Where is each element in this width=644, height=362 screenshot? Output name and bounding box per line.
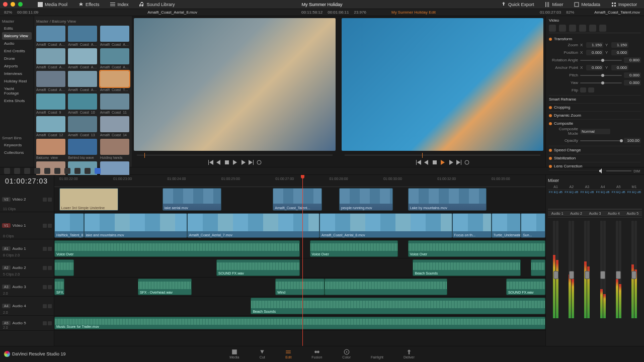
mixer-track-name[interactable]: Audio 3 bbox=[586, 211, 604, 216]
stop-icon[interactable] bbox=[432, 160, 437, 165]
inspector-tab-image-icon[interactable] bbox=[589, 25, 596, 32]
flip-h-button[interactable] bbox=[580, 87, 586, 93]
clip[interactable]: Wind bbox=[275, 279, 325, 295]
mixer-fx-slot[interactable]: FX EQ dB bbox=[564, 191, 579, 194]
clip[interactable] bbox=[531, 259, 545, 276]
clip[interactable] bbox=[325, 279, 447, 295]
bin-item[interactable]: Yacht Footage bbox=[2, 85, 32, 97]
tool-replace-icon[interactable] bbox=[54, 168, 60, 174]
media-thumb[interactable]: Amalfi_Coast_Aerial_6 bbox=[100, 48, 129, 69]
page-tab-fairlight[interactable]: Fairlight bbox=[371, 349, 383, 359]
inspector-section-header[interactable]: Composite bbox=[549, 121, 641, 126]
last-frame-icon[interactable] bbox=[249, 160, 254, 165]
media-thumb[interactable]: Amalfi_Coast_Aerial_1 bbox=[36, 26, 65, 46]
prev-frame-icon[interactable] bbox=[216, 160, 221, 165]
clip[interactable]: SOUND FX.wav bbox=[216, 259, 300, 276]
tool-overwrite-icon[interactable] bbox=[44, 168, 50, 174]
yaw-slider[interactable] bbox=[580, 82, 622, 83]
metadata-tab[interactable]: Metadata bbox=[570, 1, 604, 8]
quickexport-button[interactable]: Quick Export bbox=[497, 1, 538, 8]
play-icon[interactable] bbox=[440, 160, 445, 165]
inspector-section-header[interactable]: Speed Change bbox=[549, 148, 641, 152]
bin-item[interactable]: Audio bbox=[2, 40, 32, 47]
lock-icon[interactable] bbox=[43, 321, 47, 325]
mute-icon[interactable] bbox=[48, 198, 52, 202]
mute-icon[interactable] bbox=[48, 224, 52, 228]
mute-icon[interactable] bbox=[48, 304, 52, 308]
media-thumb[interactable]: Amalfi_Coast_13 bbox=[68, 116, 97, 137]
tool-insert-icon[interactable] bbox=[34, 168, 40, 174]
clip[interactable]: Sun... bbox=[521, 213, 545, 238]
mixer-channel-label[interactable]: A2 bbox=[564, 185, 579, 189]
effects-tab[interactable]: Effects bbox=[74, 1, 103, 8]
window-max-icon[interactable] bbox=[18, 2, 23, 7]
page-tab-fusion[interactable]: Fusion bbox=[311, 349, 322, 359]
timeline-frame[interactable] bbox=[342, 18, 543, 151]
clip[interactable]: SFX - Overhead.wav bbox=[138, 279, 192, 295]
fader-handle[interactable] bbox=[616, 271, 621, 279]
timeline-body[interactable]: 01:00:22:0001:00:23:0001:00:24:0001:00:2… bbox=[54, 175, 545, 346]
page-tab-cut[interactable]: Cut bbox=[259, 349, 265, 359]
opacity-slider[interactable] bbox=[580, 140, 622, 141]
page-tab-edit[interactable]: Edit bbox=[285, 349, 291, 359]
bin-item[interactable]: Airports bbox=[2, 62, 32, 70]
playhead[interactable] bbox=[302, 175, 303, 346]
timeline-scrubber[interactable] bbox=[340, 153, 545, 158]
mixer-channel-label[interactable]: A5 bbox=[611, 185, 626, 189]
soundlib-tab[interactable]: Sound Library bbox=[135, 1, 179, 8]
lock-icon[interactable] bbox=[43, 224, 47, 228]
bin-item[interactable]: Extra Shots bbox=[2, 97, 32, 105]
rec-zoom[interactable]: 82% bbox=[566, 10, 574, 15]
mixer-channel-label[interactable]: A1 bbox=[548, 185, 564, 189]
mixer-fx-slot[interactable]: FX EQ dB bbox=[626, 191, 642, 194]
yaw-input[interactable]: 0.000 bbox=[624, 80, 641, 85]
window-min-icon[interactable] bbox=[11, 2, 15, 7]
clip[interactable]: Lower 3rd Simple Underline bbox=[59, 188, 118, 211]
mixer-fx-slot[interactable]: FX EQ dB bbox=[548, 191, 564, 194]
rotation-input[interactable]: 0.800 bbox=[624, 57, 641, 63]
media-thumb[interactable]: Amalfi_Coast_10 bbox=[68, 94, 97, 114]
anchor-y-input[interactable]: 0.000 bbox=[611, 65, 628, 70]
clip[interactable]: lake and mountains.mov bbox=[84, 213, 187, 238]
inspector-tab-transition-icon[interactable] bbox=[579, 25, 586, 32]
pos-y-input[interactable]: 0.000 bbox=[611, 50, 628, 55]
dim-button[interactable]: DIM bbox=[633, 169, 640, 173]
track-a1[interactable]: Voice OverVoice OverVoice Over bbox=[54, 239, 545, 258]
clip[interactable]: Voice Over bbox=[54, 240, 300, 257]
bin-item[interactable]: End Credits bbox=[2, 47, 32, 55]
inspector-tab-effects-icon[interactable] bbox=[569, 25, 576, 32]
rotation-slider[interactable] bbox=[580, 60, 622, 61]
page-tab-media[interactable]: Media bbox=[229, 349, 239, 359]
clip[interactable]: lake aerial.mov bbox=[163, 188, 221, 211]
track-v2[interactable]: Lower 3rd Simple Underlinelake aerial.mo… bbox=[54, 187, 545, 212]
tool-link-icon[interactable] bbox=[74, 168, 80, 174]
media-thumb[interactable]: Behind big wave bbox=[68, 139, 97, 159]
clip[interactable]: Beach Sounds bbox=[413, 259, 521, 276]
page-tab-deliver[interactable]: Deliver bbox=[404, 349, 415, 359]
pos-x-input[interactable]: 0.000 bbox=[586, 50, 603, 55]
mute-icon[interactable] bbox=[48, 285, 52, 289]
track-header-a3[interactable]: A3Audio 3 bbox=[0, 278, 54, 297]
timeline-ruler[interactable]: 01:00:22:0001:00:23:0001:00:24:0001:00:2… bbox=[54, 175, 545, 187]
mediapool-tab[interactable]: Media Pool bbox=[34, 1, 71, 8]
play-icon[interactable] bbox=[232, 160, 237, 165]
tool-fit-icon[interactable] bbox=[64, 168, 70, 174]
clip[interactable]: SFX... bbox=[54, 279, 64, 295]
clip[interactable]: Focus on th... bbox=[452, 213, 492, 238]
track-header-a4[interactable]: A4Audio 4 bbox=[0, 297, 54, 316]
source-scrubber[interactable] bbox=[132, 153, 338, 158]
mixer-track-name[interactable]: Audio 2 bbox=[567, 211, 585, 216]
clip[interactable]: Amalfi_Coast_Talent... bbox=[273, 188, 322, 211]
lock-icon[interactable] bbox=[43, 304, 47, 308]
bin-item[interactable]: Drone bbox=[2, 55, 32, 62]
inspector-section-header[interactable]: Cropping bbox=[549, 105, 641, 110]
clip[interactable]: Amalfi_Coast_Aerial_8.mov bbox=[319, 213, 452, 238]
timeline-name[interactable]: My Summer Holiday Edit bbox=[391, 10, 436, 15]
clip[interactable]: Amalfi_Coast_Aerial_7.mov bbox=[187, 213, 320, 238]
media-thumb[interactable]: Amalfi_Coast_Talent bbox=[100, 71, 129, 92]
mute-icon[interactable] bbox=[48, 247, 52, 251]
tool-trim-icon[interactable] bbox=[14, 168, 20, 174]
timeline-timecode[interactable]: 01:00:27:03 bbox=[0, 175, 54, 187]
inspector-section-header[interactable]: Stabilization bbox=[549, 156, 641, 160]
mixer-fx-slot[interactable]: FX EQ dB bbox=[595, 191, 611, 194]
